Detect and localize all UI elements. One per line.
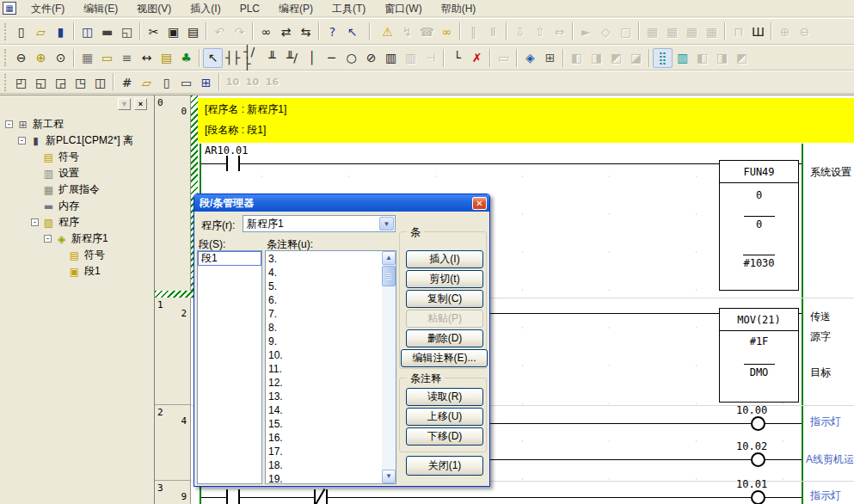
mov-instruction-block[interactable]: MOV(21) #1F DMO bbox=[719, 308, 799, 403]
rung-comment-item[interactable]: 11. bbox=[266, 362, 381, 376]
rung-comment-item[interactable]: 9. bbox=[266, 335, 381, 348]
menu-insert[interactable]: 插入(I) bbox=[181, 0, 230, 17]
workspace-close-button[interactable]: × bbox=[134, 98, 147, 110]
rung-comment-list[interactable]: 3.4.5.6.7.8.9.10.11.12.13.14.15.16.17.18… bbox=[265, 250, 396, 484]
help-button[interactable]: ? bbox=[323, 22, 342, 41]
tree-collapse-toggle[interactable]: - bbox=[44, 235, 52, 243]
tree-item-program-symbols[interactable]: ▤符号 bbox=[2, 247, 151, 263]
work-online-button[interactable]: ⚠ bbox=[378, 22, 397, 41]
dialog-close-icon[interactable]: ✕ bbox=[472, 197, 487, 210]
line-delete-button[interactable]: ✗ bbox=[467, 48, 487, 68]
rung-comment-item[interactable]: 7. bbox=[266, 307, 381, 321]
rung-comment-item[interactable]: 13. bbox=[266, 390, 381, 403]
new-file-button[interactable]: ▯ bbox=[11, 22, 31, 41]
rung-comment-item[interactable]: 17. bbox=[266, 445, 381, 458]
rung-comment-item[interactable]: 19. bbox=[266, 472, 381, 484]
edit-comment-button[interactable]: 编辑注释(E)... bbox=[401, 349, 488, 367]
grid-toggle-button[interactable]: ▦ bbox=[77, 48, 97, 68]
rung-spacing-button[interactable]: ↔ bbox=[137, 48, 157, 68]
window-diagram-button[interactable]: ◱ bbox=[31, 72, 51, 92]
horizontal-line-button[interactable]: ─ bbox=[322, 48, 341, 68]
coil2[interactable] bbox=[751, 452, 765, 467]
rung-comment-item[interactable]: 3. bbox=[266, 252, 381, 266]
cross-reference-button[interactable]: # bbox=[117, 72, 137, 92]
menu-help[interactable]: 帮助(H) bbox=[432, 0, 486, 17]
address-reference-tool-button[interactable]: ⊞ bbox=[540, 48, 560, 68]
rung-comment-item[interactable]: 4. bbox=[266, 266, 381, 280]
find-button[interactable]: ∞ bbox=[256, 22, 276, 41]
tree-collapse-toggle[interactable]: - bbox=[31, 218, 39, 226]
time-chart-monitor-button[interactable]: Ш bbox=[748, 22, 768, 41]
contact-bar[interactable] bbox=[226, 156, 228, 171]
select-tool-button[interactable]: ↖ bbox=[203, 48, 223, 68]
contact-nc-button[interactable]: ┤/├ bbox=[243, 48, 262, 68]
replace-address-button[interactable]: ⇆ bbox=[296, 22, 316, 41]
tree-item-new-program-1[interactable]: -◈新程序1 bbox=[2, 230, 151, 247]
section-list-item[interactable]: 段1 bbox=[198, 251, 261, 266]
contact-or-no-button[interactable]: ╨ bbox=[262, 48, 282, 68]
coil1[interactable] bbox=[751, 416, 765, 431]
rung-comment-item[interactable]: 10. bbox=[266, 348, 381, 362]
paste-button[interactable]: ▤ bbox=[183, 22, 203, 41]
memory-view-button[interactable]: ⊞ bbox=[196, 72, 216, 92]
dialog-title-bar[interactable]: 段/条管理器 bbox=[194, 194, 489, 212]
rung-margin-cell[interactable]: 3 9 bbox=[155, 481, 190, 504]
tree-item-program[interactable]: -▨程序 bbox=[2, 214, 151, 230]
watch-window-button[interactable]: ⣿ bbox=[653, 48, 673, 68]
rung-margin-cell[interactable]: 2 4 bbox=[155, 405, 190, 481]
menu-file[interactable]: 文件(F) bbox=[22, 0, 74, 17]
window-cascade-button[interactable]: ◰ bbox=[11, 72, 31, 92]
scrollbar-down-button[interactable]: ▼ bbox=[382, 470, 396, 483]
rung-comment-item[interactable]: 12. bbox=[266, 376, 381, 390]
copy-button[interactable]: 复制(C) bbox=[406, 290, 483, 308]
rung-comment-item[interactable]: 6. bbox=[266, 293, 381, 307]
window-properties-button[interactable]: ◫ bbox=[90, 72, 110, 92]
tree-collapse-toggle[interactable]: - bbox=[18, 137, 26, 144]
tree-item-memory[interactable]: ▬内存 bbox=[2, 198, 151, 214]
vertical-line-button[interactable]: │ bbox=[302, 48, 322, 68]
print-button[interactable]: ▬ bbox=[97, 22, 117, 41]
save-button[interactable]: ▮ bbox=[51, 22, 71, 41]
tree-item-new-project[interactable]: -⊞新工程 bbox=[2, 116, 151, 132]
rung-comment-button[interactable]: ▭ bbox=[97, 48, 117, 68]
send-changes-button[interactable]: ◈ bbox=[520, 48, 540, 68]
instruction-button[interactable]: ▥ bbox=[381, 48, 401, 68]
menu-view[interactable]: 视图(V) bbox=[127, 0, 181, 17]
menu-edit[interactable]: 编辑(E) bbox=[74, 0, 127, 17]
context-help-button[interactable]: ↖ bbox=[342, 22, 362, 41]
window-mnemonic-button[interactable]: ◲ bbox=[51, 72, 71, 92]
rung-comment-item[interactable]: 15. bbox=[266, 417, 381, 431]
window-symbols-button[interactable]: ◳ bbox=[71, 72, 90, 92]
local-symbols-button[interactable]: ▱ bbox=[137, 72, 157, 92]
rung-comment-item[interactable]: 5. bbox=[266, 280, 381, 293]
contact-bar[interactable] bbox=[226, 489, 228, 504]
tree-item-section-1[interactable]: ▣段1 bbox=[2, 263, 151, 280]
tree-item-new-plc1[interactable]: -▮新PLC1[CPM2*] 离 bbox=[2, 132, 151, 149]
menu-program[interactable]: 编程(P) bbox=[269, 0, 323, 17]
tree-item-symbols[interactable]: ▤符号 bbox=[2, 149, 151, 165]
delete-button[interactable]: 删除(D) bbox=[406, 329, 483, 347]
workspace-dropdown-button[interactable]: ▼ bbox=[118, 98, 131, 110]
chevron-down-icon[interactable]: ▼ bbox=[379, 217, 394, 230]
cut-button[interactable]: ✂ bbox=[144, 22, 163, 41]
contact-or-nc-button[interactable]: ╨/ bbox=[282, 48, 302, 68]
rung-comment-item[interactable]: 18. bbox=[266, 458, 381, 472]
scrollbar[interactable]: ▲ ▼ bbox=[382, 251, 396, 483]
scrollbar-up-button[interactable]: ▲ bbox=[382, 251, 396, 265]
plc-memory-window-button[interactable]: ▯ bbox=[157, 72, 176, 92]
io-table-window-button[interactable]: ▭ bbox=[176, 72, 196, 92]
close-button[interactable]: 关闭(1) bbox=[406, 456, 483, 476]
menu-plc[interactable]: PLC bbox=[230, 0, 269, 17]
replace-symbol-button[interactable]: ⇄ bbox=[276, 22, 296, 41]
read-button[interactable]: 读取(R) bbox=[406, 388, 483, 406]
insert-button[interactable]: 插入(I) bbox=[406, 250, 483, 268]
rung-comment-item[interactable]: 14. bbox=[266, 403, 381, 417]
zoom-custom-button[interactable]: ⊕ bbox=[31, 48, 51, 68]
mnemonic-tree-button[interactable]: ♣ bbox=[176, 48, 196, 68]
tree-item-expansion-instructions[interactable]: ▦扩展指令 bbox=[2, 181, 151, 198]
scrollbar-thumb[interactable] bbox=[382, 266, 396, 286]
rung-comment-item[interactable]: 16. bbox=[266, 431, 381, 445]
block-list-button[interactable]: ▤ bbox=[157, 48, 176, 68]
tree-collapse-toggle[interactable]: - bbox=[5, 120, 13, 128]
find-online-button[interactable]: ∞ bbox=[437, 22, 457, 41]
